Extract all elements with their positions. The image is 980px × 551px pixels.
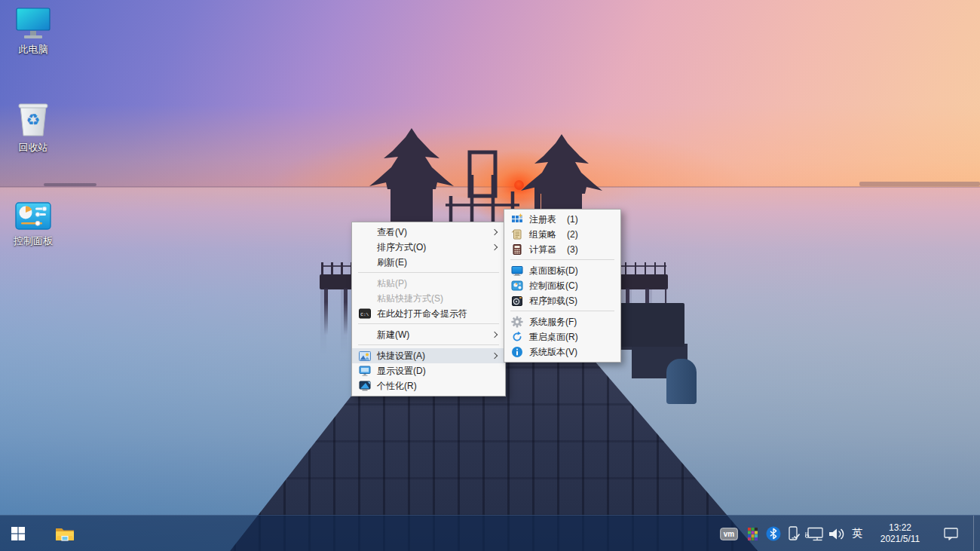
desktop-context-menu: 查看(V) 排序方式(O) 刷新(E) 粘贴(P) 粘贴快捷方式(S) C:\ … <box>351 222 506 396</box>
bluetooth-tray-icon[interactable] <box>764 516 783 551</box>
menu-item-display-settings[interactable]: 显示设置(D) <box>352 363 505 378</box>
svg-text:C:\: C:\ <box>360 312 369 317</box>
network-tray-icon[interactable] <box>804 516 824 551</box>
wallpaper-sky <box>0 0 980 190</box>
menu-item-paste-shortcut: 粘贴快捷方式(S) <box>352 291 505 306</box>
speaker-icon <box>828 527 845 541</box>
quick-settings-icon <box>359 350 371 362</box>
clock-date: 2021/5/11 <box>880 534 920 545</box>
submenu-arrow-icon <box>492 229 498 235</box>
desktop-icon-recycle-bin[interactable]: ♻ 回收站 <box>2 99 65 155</box>
menu-item-open-cmd-here[interactable]: C:\ 在此处打开命令提示符 <box>352 306 505 321</box>
restart-icon <box>511 331 523 343</box>
control-panel-icon <box>511 280 523 292</box>
menu-separator <box>510 311 614 311</box>
wallpaper-sun <box>514 180 524 190</box>
submenu-item-desktop-icons[interactable]: 桌面图标(D) <box>504 263 620 278</box>
quick-settings-submenu: 注册表 (1) 组策略 (2) 计算器 (3) 桌面图标(D) <box>504 209 621 363</box>
submenu-item-calculator[interactable]: 计算器 (3) <box>504 242 620 257</box>
language-indicator[interactable]: 英 <box>847 516 867 551</box>
desktop-icon-label: 控制面板 <box>2 234 65 248</box>
group-policy-icon <box>511 228 523 240</box>
submenu-item-registry[interactable]: 注册表 (1) <box>504 212 620 227</box>
menu-separator <box>358 272 499 273</box>
display-settings-icon <box>359 365 371 377</box>
file-explorer-button[interactable] <box>47 516 83 551</box>
svg-text:vm: vm <box>724 530 735 538</box>
submenu-item-system-version[interactable]: 系统版本(V) <box>504 344 620 360</box>
menu-separator <box>358 344 499 345</box>
submenu-item-uninstall[interactable]: 程序卸载(S) <box>504 293 620 308</box>
desktop-icon-this-pc[interactable]: 此电脑 <box>2 8 65 57</box>
windows-logo-icon <box>11 527 25 540</box>
calculator-icon <box>511 243 523 256</box>
wallpaper-island <box>44 183 96 186</box>
wallpaper-bollard <box>666 359 697 404</box>
desktop-icons-icon <box>511 265 523 277</box>
menu-item-sort-by[interactable]: 排序方式(O) <box>352 240 505 255</box>
vmware-tray-icon[interactable]: vm <box>718 516 740 551</box>
registry-icon <box>511 213 523 225</box>
submenu-item-restart-desktop[interactable]: 重启桌面(R) <box>504 329 620 344</box>
tray-clock[interactable]: 13:22 2021/5/11 <box>868 516 932 551</box>
uninstall-icon <box>511 295 523 307</box>
desktop-icon-label: 回收站 <box>2 141 65 155</box>
wallpaper-horizon <box>0 186 980 188</box>
volume-tray-icon[interactable] <box>826 516 847 551</box>
notification-icon <box>944 528 958 540</box>
desktop-icon-label: 此电脑 <box>2 43 65 57</box>
submenu-item-control-panel[interactable]: 控制面板(C) <box>504 278 620 293</box>
system-info-icon <box>511 346 523 358</box>
phone-tray-icon[interactable] <box>786 516 801 551</box>
menu-item-personalize[interactable]: 个性化(R) <box>352 378 505 393</box>
show-desktop-button[interactable] <box>973 516 980 551</box>
cmd-prompt-icon: C:\ <box>359 308 371 320</box>
vm-badge-icon: vm <box>720 528 738 540</box>
submenu-item-group-policy[interactable]: 组策略 (2) <box>504 227 620 242</box>
monitor-plug-icon <box>805 527 823 541</box>
services-gear-icon <box>511 316 523 328</box>
svg-text:♻: ♻ <box>26 111 41 128</box>
color-grid-tray-icon[interactable] <box>745 516 760 551</box>
menu-item-new[interactable]: 新建(W) <box>352 327 505 342</box>
folder-icon <box>55 526 75 542</box>
phone-check-icon <box>788 526 800 541</box>
this-pc-icon <box>2 8 65 41</box>
personalization-icon <box>359 380 371 392</box>
color-grid-icon <box>748 528 758 540</box>
recycle-bin-icon: ♻ <box>2 99 65 139</box>
submenu-arrow-icon <box>492 244 498 250</box>
control-panel-icon <box>2 201 65 232</box>
menu-item-view[interactable]: 查看(V) <box>352 225 505 240</box>
wallpaper-island <box>859 182 980 186</box>
wallpaper-pile-cap <box>620 303 684 347</box>
menu-item-quick-settings[interactable]: 快捷设置(A) <box>352 348 505 363</box>
submenu-arrow-icon <box>492 332 498 338</box>
bluetooth-icon <box>766 526 781 541</box>
desktop[interactable]: 此电脑 ♻ 回收站 <box>0 0 980 551</box>
start-button[interactable] <box>0 516 36 551</box>
action-center-button[interactable] <box>937 516 964 551</box>
submenu-item-system-services[interactable]: 系统服务(F) <box>504 314 620 329</box>
menu-separator <box>358 323 499 324</box>
desktop-icon-control-panel[interactable]: 控制面板 <box>2 201 65 248</box>
menu-item-refresh[interactable]: 刷新(E) <box>352 255 505 270</box>
menu-separator <box>510 259 614 260</box>
taskbar: vm 英 13:22 2021/5/11 <box>0 515 980 551</box>
clock-time: 13:22 <box>889 522 911 534</box>
submenu-arrow-icon <box>492 353 498 359</box>
menu-item-paste: 粘贴(P) <box>352 276 505 291</box>
